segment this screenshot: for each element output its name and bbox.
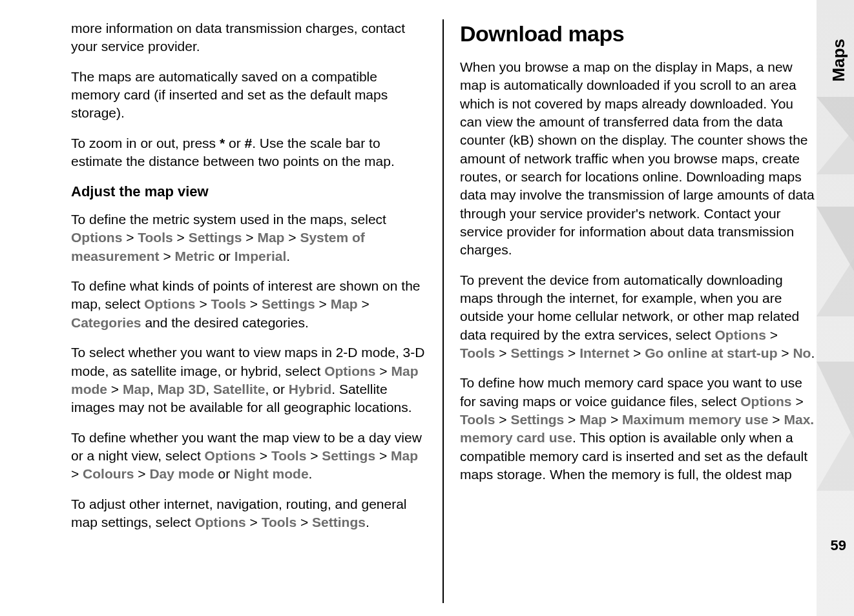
menu-night-mode: Night mode bbox=[234, 466, 309, 481]
menu-colours: Colours bbox=[83, 466, 134, 481]
separator: > bbox=[297, 515, 312, 529]
separator: > bbox=[769, 412, 784, 427]
menu-go-online: Go online at start-up bbox=[645, 345, 777, 360]
menu-hybrid: Hybrid bbox=[289, 382, 332, 396]
decoration-triangle bbox=[817, 258, 854, 316]
menu-settings: Settings bbox=[322, 448, 375, 463]
separator: > bbox=[315, 296, 331, 311]
text: and the desired categories. bbox=[141, 315, 309, 330]
menu-metric: Metric bbox=[175, 249, 215, 263]
menu-tools: Tools bbox=[460, 412, 495, 427]
separator: > bbox=[256, 448, 271, 463]
menu-options: Options bbox=[71, 230, 122, 245]
menu-options: Options bbox=[194, 515, 245, 529]
menu-tools: Tools bbox=[271, 448, 306, 463]
page-content: more information on data transmission ch… bbox=[0, 0, 854, 616]
menu-settings: Settings bbox=[312, 515, 366, 529]
paragraph: When you browse a map on the display in … bbox=[460, 58, 815, 260]
paragraph: To define how much memory card space you… bbox=[460, 374, 815, 484]
text: , bbox=[150, 382, 158, 396]
separator: > bbox=[607, 412, 622, 427]
separator: > bbox=[495, 345, 510, 360]
menu-map: Map bbox=[391, 448, 418, 463]
separator: > bbox=[196, 296, 211, 311]
menu-settings: Settings bbox=[262, 296, 315, 311]
paragraph: The maps are automatically saved on a co… bbox=[71, 68, 426, 123]
separator: > bbox=[306, 448, 322, 463]
paragraph: To define what kinds of points of intere… bbox=[71, 277, 426, 332]
menu-categories: Categories bbox=[71, 315, 141, 330]
separator: > bbox=[358, 296, 370, 311]
menu-map: Map bbox=[331, 296, 358, 311]
text: . bbox=[811, 345, 815, 360]
paragraph: To define the metric system used in the … bbox=[71, 210, 426, 265]
right-column: Download maps When you browse a map on t… bbox=[444, 19, 815, 603]
text: , bbox=[205, 382, 213, 396]
text: , or bbox=[266, 382, 289, 396]
text: . bbox=[309, 466, 313, 481]
text: . bbox=[286, 249, 290, 263]
separator: > bbox=[284, 230, 300, 245]
text: or bbox=[214, 249, 234, 263]
decoration-triangle bbox=[817, 426, 854, 491]
menu-settings: Settings bbox=[510, 412, 564, 427]
separator: > bbox=[242, 230, 258, 245]
paragraph: To prevent the device from automatically… bbox=[460, 271, 815, 363]
menu-options: Options bbox=[324, 364, 375, 378]
menu-map: Map bbox=[579, 412, 607, 427]
menu-options: Options bbox=[715, 327, 766, 342]
separator: > bbox=[134, 466, 149, 481]
menu-internet: Internet bbox=[579, 345, 629, 360]
menu-imperial: Imperial bbox=[234, 249, 287, 263]
menu-tools: Tools bbox=[460, 345, 495, 360]
left-column: more information on data transmission ch… bbox=[71, 19, 444, 603]
separator: > bbox=[375, 448, 391, 463]
text: or bbox=[214, 466, 234, 481]
menu-max-memory: Maximum memory use bbox=[622, 412, 768, 427]
section-tab-label: Maps bbox=[829, 39, 849, 81]
separator: > bbox=[122, 230, 138, 245]
menu-no: No bbox=[793, 345, 811, 360]
paragraph: To zoom in or out, press * or #. Use the… bbox=[71, 134, 426, 171]
menu-map: Map bbox=[257, 230, 284, 245]
side-margin: Maps 59 bbox=[817, 0, 854, 616]
separator: > bbox=[777, 345, 793, 360]
separator: > bbox=[564, 412, 579, 427]
text: or bbox=[225, 136, 244, 150]
menu-options: Options bbox=[144, 296, 195, 311]
menu-map-3d: Map 3D bbox=[158, 382, 206, 396]
paragraph: To define whether you want the map view … bbox=[71, 429, 426, 484]
separator: > bbox=[71, 466, 83, 481]
separator: > bbox=[173, 230, 189, 245]
menu-tools: Tools bbox=[262, 515, 297, 529]
separator: > bbox=[629, 345, 645, 360]
menu-tools: Tools bbox=[138, 230, 172, 245]
menu-settings: Settings bbox=[189, 230, 242, 245]
menu-options: Options bbox=[740, 394, 791, 409]
separator: > bbox=[246, 515, 262, 529]
menu-options: Options bbox=[205, 448, 256, 463]
paragraph: more information on data transmission ch… bbox=[71, 19, 426, 56]
decoration-triangle bbox=[817, 129, 854, 174]
separator: > bbox=[160, 249, 175, 263]
separator: > bbox=[376, 364, 391, 378]
menu-tools: Tools bbox=[211, 296, 245, 311]
text: . bbox=[366, 515, 370, 529]
key-star: * bbox=[220, 136, 225, 150]
separator: > bbox=[792, 394, 804, 409]
separator: > bbox=[564, 345, 579, 360]
menu-day-mode: Day mode bbox=[149, 466, 214, 481]
menu-settings: Settings bbox=[510, 345, 564, 360]
text: To define the metric system used in the … bbox=[71, 212, 386, 227]
key-hash: # bbox=[244, 136, 252, 150]
separator: > bbox=[766, 327, 778, 342]
separator: > bbox=[495, 412, 510, 427]
paragraph: To select whether you want to view maps … bbox=[71, 344, 426, 416]
paragraph: To adjust other internet, navigation, ro… bbox=[71, 495, 426, 532]
separator: > bbox=[107, 382, 123, 396]
separator: > bbox=[246, 296, 262, 311]
text: To zoom in or out, press bbox=[71, 136, 220, 150]
section-heading: Adjust the map view bbox=[71, 182, 426, 201]
page-heading: Download maps bbox=[460, 19, 815, 49]
menu-satellite: Satellite bbox=[213, 382, 266, 396]
